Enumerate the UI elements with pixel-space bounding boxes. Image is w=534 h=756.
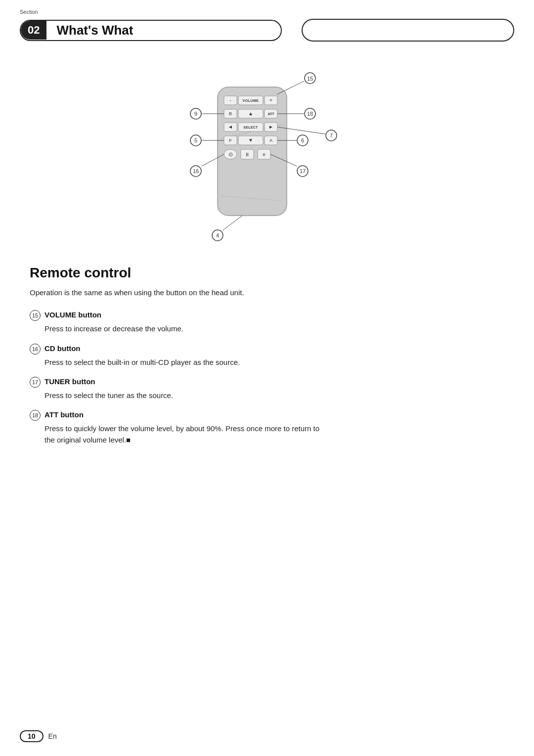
item-16-label: CD button: [44, 344, 80, 353]
svg-text:◄: ◄: [228, 124, 233, 130]
svg-text:18: 18: [307, 111, 313, 117]
item-18-desc: Press to quickly lower the volume level,…: [44, 423, 321, 446]
remote-control-title: Remote control: [30, 265, 504, 281]
remote-diagram: - VOLUME + B ▲ ATT ◄ SELECT: [30, 62, 504, 250]
svg-text:►: ►: [268, 124, 273, 130]
svg-text:A: A: [269, 138, 272, 143]
svg-text:SELECT: SELECT: [243, 126, 258, 129]
item-18-label: ATT button: [44, 410, 84, 419]
section-number: 02: [21, 21, 46, 40]
svg-text:-: -: [229, 97, 231, 103]
footer: 10 En: [20, 730, 57, 742]
svg-text:VOLUME: VOLUME: [243, 99, 259, 102]
item-15-desc: Press to increase or decrease the volume…: [44, 323, 321, 334]
item-15-label: VOLUME button: [44, 311, 101, 319]
page-title: What's What: [46, 21, 143, 40]
footer-language: En: [48, 732, 57, 740]
item-16-desc: Press to select the built-in or multi-CD…: [44, 356, 321, 368]
item-15: 15 VOLUME button Press to increase or de…: [30, 310, 504, 334]
item-17-number: 17: [30, 377, 41, 388]
svg-text:4: 4: [216, 232, 219, 238]
item-17-desc: Press to select the tuner as the source.: [44, 390, 321, 401]
page-number: 10: [20, 730, 44, 742]
svg-text:7: 7: [330, 133, 333, 138]
svg-line-33: [277, 81, 304, 94]
item-17: 17 TUNER button Press to select the tune…: [30, 377, 504, 401]
svg-text:9: 9: [194, 111, 197, 117]
svg-line-57: [222, 216, 242, 230]
item-15-number: 15: [30, 310, 41, 321]
section-label: Section: [20, 9, 38, 15]
svg-text:F: F: [229, 138, 232, 143]
svg-text:▲: ▲: [248, 111, 253, 116]
svg-text:⏸: ⏸: [245, 152, 250, 157]
svg-text:✕: ✕: [262, 152, 266, 157]
section-badge: 02 What's What: [20, 20, 282, 41]
svg-text:ATT: ATT: [267, 112, 274, 116]
header-right-box: [302, 19, 514, 42]
item-18-number: 18: [30, 410, 41, 421]
svg-text:16: 16: [193, 168, 199, 174]
svg-text:B: B: [229, 111, 232, 116]
svg-text:6: 6: [301, 137, 304, 143]
item-16-number: 16: [30, 344, 41, 355]
svg-text:▼: ▼: [248, 137, 253, 143]
svg-text:+: +: [269, 97, 272, 103]
svg-text:⊙: ⊙: [228, 151, 233, 157]
svg-text:17: 17: [300, 168, 306, 174]
item-18: 18 ATT button Press to quickly lower the…: [30, 410, 504, 446]
remote-svg: - VOLUME + B ▲ ATT ◄ SELECT: [129, 62, 405, 250]
intro-text: Operation is the same as when using the …: [30, 287, 307, 298]
svg-text:5: 5: [194, 137, 197, 143]
svg-text:15: 15: [307, 76, 313, 82]
item-17-label: TUNER button: [44, 377, 95, 386]
item-16: 16 CD button Press to select the built-i…: [30, 344, 504, 368]
